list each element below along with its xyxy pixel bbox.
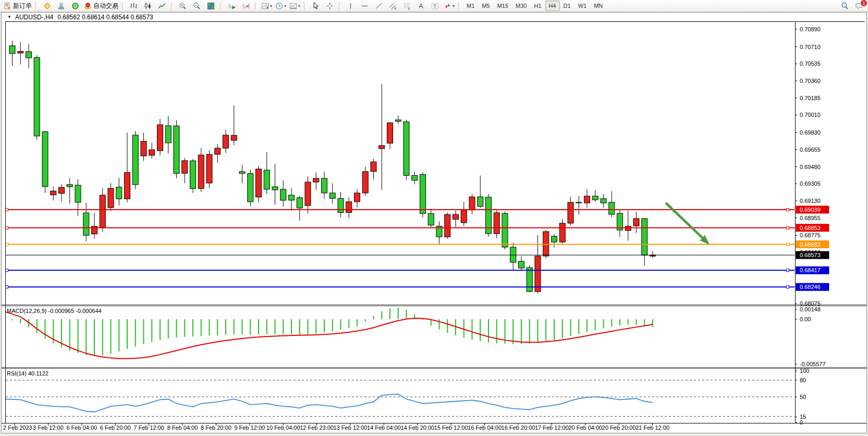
svg-text:0.00: 0.00 — [800, 316, 811, 322]
chevron-down-icon[interactable]: ▾ — [284, 4, 286, 8]
rsi-label: RSI(14) 40.1122 — [7, 370, 48, 377]
fibonacci-icon: F — [403, 2, 411, 10]
chart-shift-icon — [242, 2, 250, 10]
svg-text:0.68683: 0.68683 — [800, 241, 821, 248]
search-button[interactable] — [838, 1, 852, 11]
notifications-button[interactable]: 1 — [852, 1, 866, 11]
timeframe-button-h4[interactable]: H4 — [545, 1, 560, 11]
toolbar-separator — [255, 2, 258, 10]
templates-icon — [289, 2, 297, 10]
svg-text:0.68246: 0.68246 — [800, 284, 821, 290]
channel-icon: E — [389, 2, 397, 10]
timeframe-button-w1[interactable]: W1 — [574, 1, 591, 11]
timeframe-button-mn[interactable]: MN — [590, 1, 606, 11]
svg-text:10 Feb 04:00: 10 Feb 04:00 — [266, 425, 300, 431]
bar-chart-icon — [130, 2, 138, 10]
zoom-out-button[interactable] — [190, 1, 204, 11]
bar-chart-button[interactable] — [127, 1, 141, 11]
new-order-button[interactable]: 新订单 — [2, 1, 33, 11]
line-handle[interactable] — [787, 243, 789, 246]
toolbar-separator — [339, 2, 341, 10]
svg-text:0.69830: 0.69830 — [800, 129, 821, 136]
label-icon: T — [431, 2, 439, 10]
periods-button[interactable]: ▾ — [274, 1, 288, 11]
notification-count-badge: 1 — [860, 0, 867, 7]
timeframe-button-d1[interactable]: D1 — [560, 1, 574, 11]
svg-text:0.68417: 0.68417 — [800, 267, 821, 273]
line-handle[interactable] — [6, 226, 8, 229]
chevron-down-icon[interactable]: ▾ — [298, 4, 300, 8]
crosshair-icon — [326, 2, 334, 10]
line-handle[interactable] — [787, 269, 789, 272]
timeframe-button-h1[interactable]: H1 — [530, 1, 545, 11]
equidistant-channel-button[interactable]: E — [386, 1, 400, 11]
line-handle[interactable] — [6, 286, 8, 288]
svg-text:0.68573: 0.68573 — [800, 252, 821, 258]
chart-symbol-period: AUDUSD-,H4 — [15, 14, 53, 21]
line-handle[interactable] — [787, 226, 789, 229]
chevron-down-icon[interactable]: ▾ — [453, 4, 455, 8]
auto-trading-icon — [84, 2, 92, 10]
auto-scroll-icon — [228, 2, 236, 10]
crosshair-button[interactable] — [323, 1, 337, 11]
toolbar-separator — [220, 2, 223, 10]
arrows-button[interactable]: ▾ — [442, 1, 456, 11]
news-button[interactable] — [68, 1, 82, 11]
chart-ohlc-values: 0.68562 0.68614 0.68544 0.68573 — [57, 14, 153, 21]
timeframe-button-m1[interactable]: M1 — [463, 1, 478, 11]
terminal-icon — [57, 2, 65, 10]
auto-scroll-button[interactable] — [225, 1, 239, 11]
metaeditor-button[interactable] — [40, 1, 54, 11]
svg-text:0.70360: 0.70360 — [800, 78, 821, 84]
search-icon — [841, 2, 849, 10]
terminal-button[interactable] — [54, 1, 68, 11]
text-icon: A — [417, 2, 425, 10]
line-handle[interactable] — [787, 286, 789, 288]
timeframe-button-m15[interactable]: M15 — [494, 1, 512, 11]
line-chart-button[interactable] — [155, 1, 169, 11]
horizontal-line-button[interactable] — [358, 1, 372, 11]
arrows-icon — [444, 2, 451, 10]
svg-text:A: A — [419, 2, 423, 9]
fibonacci-button[interactable]: F — [400, 1, 414, 11]
line-handle[interactable] — [6, 243, 8, 246]
indicators-button[interactable]: ▾ — [260, 1, 274, 11]
news-icon — [71, 2, 79, 10]
time-axis: 2 Feb 20233 Feb 12:006 Feb 04:006 Feb 20… — [3, 423, 669, 431]
svg-text:0.69130: 0.69130 — [800, 198, 821, 204]
timeframe-button-m5[interactable]: M5 — [478, 1, 493, 11]
chart-canvas[interactable]: 0.708900.707100.705350.703600.701850.700… — [2, 21, 866, 432]
text-button[interactable]: A — [414, 1, 428, 11]
templates-button[interactable]: ▾ — [288, 1, 302, 11]
svg-text:0.69039: 0.69039 — [800, 207, 821, 213]
svg-text:0.70890: 0.70890 — [800, 26, 821, 32]
trendline-button[interactable] — [372, 1, 386, 11]
svg-text:0.70710: 0.70710 — [800, 44, 821, 50]
text-label-button[interactable]: T — [428, 1, 442, 11]
svg-text:8 Feb 20:00: 8 Feb 20:00 — [201, 425, 231, 431]
zoom-in-icon — [179, 2, 187, 10]
svg-text:50: 50 — [800, 394, 806, 400]
svg-text:6 Feb 20:00: 6 Feb 20:00 — [100, 425, 131, 431]
tile-windows-button[interactable] — [204, 1, 218, 11]
toolbar-separator — [304, 2, 307, 10]
line-handle[interactable] — [6, 269, 8, 272]
vertical-line-button[interactable] — [344, 1, 358, 11]
cursor-button[interactable] — [309, 1, 323, 11]
collapse-icon[interactable]: ▼ — [7, 15, 11, 19]
timeframe-button-m30[interactable]: M30 — [512, 1, 530, 11]
svg-text:16 Feb 04:00: 16 Feb 04:00 — [468, 425, 502, 431]
candlestick-icon — [144, 2, 152, 10]
metaeditor-icon — [43, 2, 51, 10]
chart-shift-button[interactable] — [239, 1, 253, 11]
line-handle[interactable] — [6, 208, 8, 211]
chevron-down-icon[interactable]: ▾ — [270, 4, 272, 8]
candlestick-chart-button[interactable] — [141, 1, 155, 11]
chart-window: ▼ AUDUSD-,H4 0.68562 0.68614 0.68544 0.6… — [1, 12, 867, 433]
toolbar-separator — [171, 2, 174, 10]
svg-text:2 Feb 2023: 2 Feb 2023 — [3, 425, 32, 431]
zoom-in-button[interactable] — [176, 1, 190, 11]
line-handle[interactable] — [787, 208, 789, 211]
auto-trading-button[interactable]: 自动交易 — [82, 1, 120, 11]
horizontal-line-icon — [361, 2, 369, 10]
